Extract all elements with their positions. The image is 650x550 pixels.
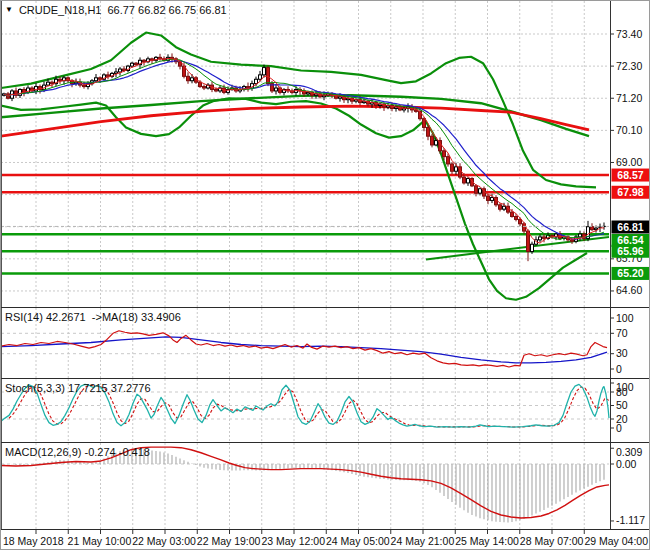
main-plot-group xyxy=(1,33,609,300)
rsi-ma-line xyxy=(1,337,607,363)
candle-body xyxy=(519,219,522,223)
price-badge-text: 65.96 xyxy=(617,245,643,257)
rsi-line xyxy=(1,331,607,367)
price-tick-label: 71.20 xyxy=(616,92,642,104)
candle-body xyxy=(203,87,206,88)
time-axis-label: 21 May 10:00 xyxy=(68,535,132,547)
price-level-badge: 66.81 xyxy=(612,221,650,234)
candle-body xyxy=(579,234,582,237)
candle-body xyxy=(447,157,450,164)
price-level-badge: 65.20 xyxy=(612,267,650,280)
candle-body xyxy=(47,82,50,85)
candle-body xyxy=(307,92,310,93)
candle-body xyxy=(119,69,122,72)
price-badge-text: 66.81 xyxy=(617,221,643,233)
candle-body xyxy=(99,78,102,79)
time-axis-label: 18 May 2018 xyxy=(3,535,64,547)
candle-body xyxy=(503,206,506,209)
rsi-label: RSI(14) 42.2671 ->MA(18) 33.4906 xyxy=(5,311,181,323)
candle-body xyxy=(95,78,98,81)
candle-body xyxy=(215,89,218,90)
candle-body xyxy=(539,237,542,240)
quote-summary: 66.77 66.82 66.75 66.81 xyxy=(107,4,226,16)
time-axis-label: 29 May 04:00 xyxy=(584,535,648,547)
candle-body xyxy=(135,63,138,64)
time-axis[interactable]: 18 May 201821 May 10:0022 May 03:0022 Ma… xyxy=(1,530,650,550)
candles-series xyxy=(3,53,606,261)
stoch-tick-label: 0 xyxy=(616,422,622,434)
candle-body xyxy=(443,151,446,157)
candle-body xyxy=(491,198,494,201)
price-tick-label: 70.10 xyxy=(616,124,642,136)
rsi-panel[interactable]: 10070300 RSI(14) 42.2671 ->MA(18) 33.490… xyxy=(1,308,650,379)
macd-tick-label: 0.00 xyxy=(616,458,637,470)
candle-body xyxy=(515,217,518,220)
candle-body xyxy=(275,88,278,91)
time-axis-label: 28 May 07:00 xyxy=(520,535,584,547)
candle-body xyxy=(499,205,502,209)
macd-label: MACD(12,26,9) -0.274 -0.418 xyxy=(5,446,150,458)
macd-panel[interactable]: 0.3090.00-1.117 MACD(12,26,9) -0.274 -0.… xyxy=(1,443,650,530)
candle-body xyxy=(543,237,546,238)
price-tick-label: 64.60 xyxy=(616,284,642,296)
candle-body xyxy=(107,75,110,76)
candle-body xyxy=(451,164,454,171)
price-tick-label: 72.30 xyxy=(616,60,642,72)
candle-body xyxy=(463,177,466,183)
stochastic-panel[interactable]: 1008050200 Stoch(5,3,3) 17.7215 37.2776 xyxy=(1,379,650,443)
price-level-badge: 68.57 xyxy=(612,169,650,182)
price-badge-text: 65.20 xyxy=(617,267,643,279)
time-axis-label: 22 May 03:00 xyxy=(132,535,196,547)
price-tick-label: 73.40 xyxy=(616,28,642,40)
candle-body xyxy=(431,136,434,145)
time-axis-label: 22 May 19:00 xyxy=(197,535,261,547)
candle-body xyxy=(479,189,482,193)
main-chart-canvas[interactable]: 73.4072.3071.2070.1069.0065.7064.6068.57… xyxy=(1,1,650,308)
candle-body xyxy=(131,63,134,66)
time-axis-label: 24 May 21:00 xyxy=(391,535,455,547)
price-level-badge: 65.96 xyxy=(612,245,650,258)
rsi-tick-label: 0 xyxy=(616,363,622,375)
rsi-tick-label: 70 xyxy=(616,327,628,339)
candle-body xyxy=(435,141,438,145)
candle-body xyxy=(187,76,190,80)
macd-histogram xyxy=(4,449,604,523)
candle-body xyxy=(59,79,62,80)
price-level-badge: 67.98 xyxy=(612,186,650,199)
main-chart-title: ▼ CRUDE_N18,H1 66.77 66.82 66.75 66.81 xyxy=(5,4,227,16)
macd-tick-label: -1.117 xyxy=(616,514,645,526)
time-axis-label: 24 May 05:00 xyxy=(326,535,390,547)
candle-body xyxy=(571,240,574,241)
symbol-dropdown-arrow[interactable]: ▼ xyxy=(5,6,13,14)
time-axis-label: 23 May 12:00 xyxy=(261,535,325,547)
candle-body xyxy=(531,244,534,251)
candle-body xyxy=(527,231,530,251)
price-badge-text: 68.57 xyxy=(617,169,643,181)
time-tick-marks xyxy=(1,530,650,534)
candle-body xyxy=(467,179,470,183)
candle-body xyxy=(511,212,514,216)
candle-body xyxy=(191,78,194,81)
rsi-tick-label: 100 xyxy=(616,312,634,324)
price-badge-text: 67.98 xyxy=(617,186,643,198)
time-axis-label: 25 May 14:00 xyxy=(455,535,519,547)
stochastic-label: Stoch(5,3,3) 17.7215 37.2776 xyxy=(5,382,151,394)
candle-body xyxy=(427,127,430,136)
candle-body xyxy=(339,97,342,98)
candle-body xyxy=(475,186,478,193)
candle-body xyxy=(263,68,266,75)
main-chart-panel[interactable]: 73.4072.3071.2070.1069.0065.7064.6068.57… xyxy=(1,1,650,308)
candle-body xyxy=(423,119,426,128)
candle-body xyxy=(51,82,54,83)
price-tick-label: 69.00 xyxy=(616,156,642,168)
candle-body xyxy=(455,167,458,171)
candle-body xyxy=(115,72,118,73)
stoch-tick-label: 50 xyxy=(616,399,628,411)
stoch-tick-label: 80 xyxy=(616,386,628,398)
candle-body xyxy=(143,60,146,61)
candle-body xyxy=(259,75,262,79)
candle-body xyxy=(83,85,86,86)
candle-body xyxy=(267,68,270,84)
rsi-tick-label: 30 xyxy=(616,347,628,359)
candle-body xyxy=(35,87,38,91)
